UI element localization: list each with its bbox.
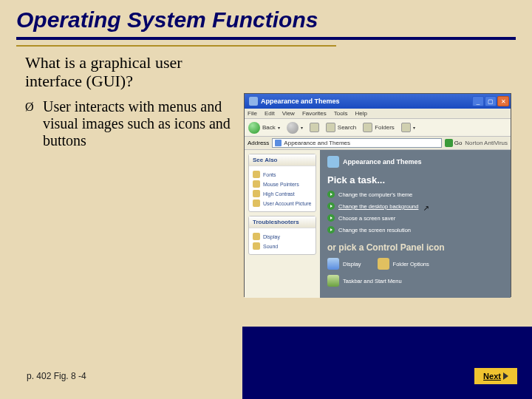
views-button[interactable]: ▾ [401,123,415,132]
window-content: See Also Fonts Mouse Pointers High Contr… [245,150,511,298]
menu-help[interactable]: Help [355,110,366,117]
folders-label: Folders [375,124,395,131]
display-ts-icon [253,233,260,240]
troubleshoot-item[interactable]: Display [253,233,312,240]
slide-title: Operating System Functions [16,7,516,33]
toolbar: Back ▾ ▾ Search Folders ▾ [245,119,511,137]
minimize-button[interactable]: _ [472,96,484,106]
address-icon [275,140,282,146]
maximize-button[interactable]: ▢ [485,96,497,106]
task-link[interactable]: Change the screen resolution [327,226,503,233]
close-button[interactable]: ✕ [497,96,509,106]
menu-tools[interactable]: Tools [334,110,348,117]
cp-taskbar[interactable]: Taskbar and Start Menu [327,275,402,287]
category-icon [327,156,339,168]
contrast-icon [253,190,260,197]
body-region: What is a graphical user interface (GUI)… [25,53,236,149]
troubleshoot-heading: Troubleshooters [249,216,316,228]
folder-options-icon [378,258,389,270]
address-value: Appearance and Themes [284,140,350,146]
or-pick-heading: or pick a Control Panel icon [327,242,503,253]
mouse-icon [253,180,260,188]
title-region: Operating System Functions [0,0,532,47]
menu-favorites[interactable]: Favorites [302,110,327,117]
forward-icon [287,122,299,134]
folders-button[interactable]: Folders [363,123,395,132]
bullet-row: Ø User interacts with menus and visual i… [25,98,236,149]
troubleshoot-panel: Troubleshooters Display Sound [248,216,316,255]
go-button[interactable]: Go [445,139,463,147]
back-label: Back [262,124,276,131]
window-titlebar: Appearance and Themes _ ▢ ✕ [245,94,511,109]
folders-icon [363,123,372,132]
category-header: Appearance and Themes [327,156,503,168]
cp-folder-options[interactable]: Folder Options [378,258,429,270]
rule-gold [16,45,336,47]
next-button[interactable]: Next [474,368,517,384]
address-bar: Address Appearance and Themes Go Norton … [245,137,511,150]
screenshot-window: Appearance and Themes _ ▢ ✕ File Edit Vi… [244,93,511,297]
next-label: Next [483,372,501,381]
menubar: File Edit View Favorites Tools Help [245,109,511,119]
up-icon [310,123,319,132]
window-title: Appearance and Themes [261,98,472,105]
see-also-item[interactable]: High Contrast [253,190,312,197]
task-link[interactable]: Change the computer's theme [327,191,503,198]
slide: Operating System Functions What is a gra… [0,0,532,399]
task-arrow-icon [327,202,335,210]
footer-blue-band [242,327,532,399]
see-also-item[interactable]: Fonts [253,171,312,178]
back-button[interactable]: Back ▾ [248,122,280,134]
search-button[interactable]: Search [326,123,356,132]
troubleshoot-item[interactable]: Sound [253,242,312,250]
forward-button[interactable]: ▾ [287,122,303,134]
address-input[interactable]: Appearance and Themes [272,138,441,148]
footer-band: p. 402 Fig. 8 -4 Next [0,327,532,399]
task-arrow-icon [327,191,335,198]
task-arrow-icon [327,214,335,222]
see-also-item[interactable]: User Account Picture [253,200,312,207]
go-icon [445,139,453,147]
window-buttons: _ ▢ ✕ [472,96,509,106]
see-also-heading: See Also [249,154,316,166]
cursor-icon [423,205,429,213]
go-label: Go [454,140,463,146]
bullet-mark: Ø [25,98,43,149]
title-rules [16,37,516,47]
page-reference: p. 402 Fig. 8 -4 [27,371,86,381]
menu-edit[interactable]: Edit [265,110,275,117]
task-link-hover[interactable]: Change the desktop background [327,202,503,210]
window-icon [249,97,258,106]
task-arrow-icon [327,226,335,233]
display-icon [327,258,339,270]
menu-view[interactable]: View [282,110,295,117]
search-label: Search [338,124,356,131]
next-arrow-icon [503,372,508,380]
fonts-icon [253,171,260,178]
search-icon [326,123,335,132]
user-pic-icon [253,200,260,207]
cp-icon-row: Taskbar and Start Menu [327,275,503,287]
back-icon [248,122,260,134]
right-panel: Appearance and Themes Pick a task... Cha… [320,150,511,298]
question-text: What is a graphical user interface (GUI)… [25,53,236,91]
bullet-text: User interacts with menus and visual ima… [43,98,236,149]
see-also-panel: See Also Fonts Mouse Pointers High Contr… [248,154,316,212]
see-also-item[interactable]: Mouse Pointers [253,180,312,188]
sound-ts-icon [253,242,260,250]
norton-label: Norton AntiVirus [465,140,508,146]
task-link[interactable]: Choose a screen saver [327,214,503,222]
menu-file[interactable]: File [248,110,257,117]
rule-navy [16,37,516,40]
up-button[interactable] [310,123,319,132]
address-label: Address [248,140,269,146]
views-icon [401,123,411,132]
left-panel: See Also Fonts Mouse Pointers High Contr… [245,150,320,298]
pick-task-heading: Pick a task... [327,174,503,185]
category-title: Appearance and Themes [343,158,422,166]
cp-icon-row: Display Folder Options [327,258,503,270]
taskbar-icon [327,275,339,287]
cp-display[interactable]: Display [327,258,361,270]
